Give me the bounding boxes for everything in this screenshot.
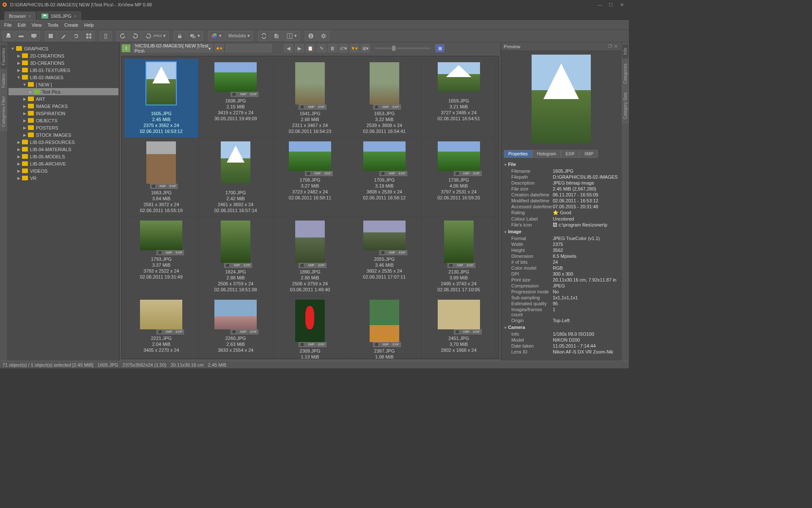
rail-favorites[interactable]: Favorites (0, 44, 7, 69)
tab-exif[interactable]: EXIF (561, 150, 579, 158)
tree-item[interactable]: ▶LIB-06-ARCHIVE (8, 160, 118, 167)
prop-section-header[interactable]: File (504, 160, 619, 168)
expand-icon[interactable]: ▶ (16, 155, 21, 159)
menu-file[interactable]: File (4, 22, 12, 28)
tab-close-icon[interactable]: × (28, 14, 31, 19)
tree-item[interactable]: ▶VIDEOS (8, 167, 118, 174)
tree-item[interactable]: ▼[ NEW ] (8, 81, 118, 88)
menu-help[interactable]: Help (84, 22, 94, 28)
thumbnail-cell[interactable]: ⬛XMPEXIF1890.JPG2.88 MiB2506 x 3759 x 24… (273, 217, 348, 296)
thumbnail-image[interactable]: ⬛XMPEXIF (214, 62, 257, 92)
prop-section-header[interactable]: Camera (504, 323, 619, 331)
thumbnail-cell[interactable]: ⬛XMPEXIF2130.JPG3.99 MiB2495 x 3743 x 24… (422, 217, 496, 296)
tab-browser[interactable]: Browser × (4, 11, 36, 20)
thumbnail-image[interactable]: ⬛XMPEXIF (289, 141, 331, 171)
jpeg-rotate-button[interactable]: JPEG▾ (142, 31, 169, 41)
tree-item[interactable]: ▶INSPIRATION (8, 110, 118, 117)
expand-icon[interactable]: ▶ (22, 119, 27, 123)
tree-item[interactable]: ▶LIB-04-MATERIALS (8, 146, 118, 153)
filter-button[interactable]: ▼▾ (350, 44, 359, 52)
thumbnail-image[interactable]: ⬛XMPEXIF (295, 300, 325, 342)
expand-icon[interactable]: ▼ (16, 75, 21, 80)
expand-icon[interactable]: ▶ (16, 140, 21, 144)
rail-categories[interactable]: Categories (622, 60, 629, 88)
thumbnail-cell[interactable]: ⬛XMPEXIF2221.JPG2.04 MiB3405 x 2270 x 24 (124, 296, 199, 359)
thumbnail-image[interactable]: ⬛XMPEXIF (146, 62, 176, 105)
menu-view[interactable]: View (32, 22, 42, 28)
clipboard-button[interactable]: 📋 (306, 44, 315, 52)
minimize-button[interactable]: — (594, 0, 605, 9)
info-button[interactable]: i (305, 31, 317, 41)
prop-section-header[interactable]: Image (504, 228, 619, 235)
tree-item[interactable]: ▶3D-CREATIONS (8, 59, 118, 66)
search-button[interactable] (100, 31, 112, 41)
print-button[interactable] (3, 31, 14, 41)
tab-histogram[interactable]: Histogram (532, 150, 561, 158)
expand-icon[interactable]: ▶ (16, 176, 21, 180)
expand-icon[interactable]: ▶ (16, 61, 21, 65)
thumbnail-cell[interactable]: ⬛XMPEXIF2260.JPG2.63 MiB3833 x 2554 x 24 (199, 296, 273, 359)
thumbnail-cell[interactable]: ⬛XMPEXIF1700.JPG2.42 MiB2461 x 3692 x 24… (199, 138, 273, 217)
thumbnail-cell[interactable]: ⬛XMPEXIF1708.JPG3.27 MiB3723 x 2482 x 24… (273, 138, 348, 217)
quick-search-input[interactable] (225, 44, 272, 52)
save-button[interactable] (45, 31, 57, 41)
thumbnail-image[interactable]: ⬛XMPEXIF (438, 300, 480, 329)
sort-button[interactable]: ⊞▾ (361, 44, 370, 52)
sync-button[interactable] (258, 31, 270, 41)
tree-item[interactable]: ▶IMAGE PACKS (8, 102, 118, 110)
adjust-button[interactable]: ▾ (208, 31, 225, 41)
delete-button[interactable]: 🗑 (328, 44, 337, 52)
metadata-button[interactable]: Metadata ▾ (225, 31, 253, 41)
lock-button[interactable] (174, 31, 186, 41)
rename-button[interactable]: ✎ (317, 44, 326, 52)
tree-item[interactable]: ▼LIB-02-IMAGES (8, 74, 118, 81)
rail-folders[interactable]: Folders (0, 70, 7, 91)
undo-button[interactable] (117, 31, 129, 41)
tab-properties[interactable]: Properties (504, 150, 532, 158)
tree-item[interactable]: ▶Test Pics (8, 88, 118, 95)
expand-icon[interactable]: ▶ (22, 126, 27, 130)
tab-image[interactable]: 1605.JPG × (37, 11, 81, 20)
back-button[interactable]: ◀ (284, 44, 293, 52)
menu-create[interactable]: Create (64, 22, 78, 28)
tree-item[interactable]: ▶LIB-03-RESOURCES (8, 138, 118, 146)
tag-button[interactable]: 🏷▾ (339, 44, 348, 52)
tree-item[interactable]: ▶ART (8, 95, 118, 102)
rail-catfilter[interactable]: Categories Filter (0, 92, 7, 131)
thumbnail-cell[interactable]: ⬛XMPEXIF1641.JPG2.68 MiB2311 x 3467 x 24… (273, 59, 348, 138)
thumbnail-image[interactable]: ⬛XMPEXIF (363, 221, 406, 250)
path-field[interactable]: 'HICS\LIB-02-IMAGES\[ NEW ]\Test Pics\ ▾ (132, 44, 213, 52)
expand-icon[interactable]: ▼ (10, 47, 15, 51)
thumbnail-image[interactable]: ⬛XMPEXIF (140, 300, 182, 329)
expand-icon[interactable]: ▶ (16, 54, 21, 58)
tree-item[interactable]: ▶2D-CREATIONS (8, 52, 118, 59)
thumbnail-grid[interactable]: ⬛XMPEXIF1605.JPG2.45 MiB2375 x 3562 x 24… (121, 56, 499, 359)
expand-icon[interactable]: ▶ (16, 147, 21, 152)
expand-icon[interactable]: ▶ (28, 90, 33, 94)
thumbnail-image[interactable]: ⬛XMPEXIF (438, 62, 480, 92)
tab-xmp[interactable]: XMP (579, 150, 598, 158)
thumbnail-cell[interactable]: ⬛XMPEXIF2451.JPG3.70 MiB2802 x 1868 x 24 (422, 296, 496, 359)
property-list[interactable]: FileFilename1605.JPGFilepathD:\GRAPHICS\… (501, 160, 621, 361)
thumbnail-image[interactable]: ⬛XMPEXIF (295, 221, 325, 263)
menu-tools[interactable]: Tools (47, 22, 58, 28)
thumbnail-image[interactable]: ⬛XMPEXIF (146, 141, 176, 184)
tree-item[interactable]: ▶OBJECTS (8, 117, 118, 124)
thumbnail-cell[interactable]: ⬛XMPEXIF1605.JPG2.45 MiB2375 x 3562 x 24… (124, 59, 199, 138)
copy-button[interactable] (271, 31, 283, 41)
thumbnail-cell[interactable]: ⬛XMPEXIF1824.JPG2.88 MiB2506 x 3759 x 24… (199, 217, 273, 296)
thumbnail-cell[interactable]: ⬛XMPEXIF1659.JPG3.21 MiB3727 x 2485 x 24… (422, 59, 496, 138)
expand-icon[interactable]: ▶ (22, 133, 27, 137)
thumbnail-cell[interactable]: ⬛XMPEXIF1663.JPG3.84 MiB2581 x 3872 x 24… (124, 138, 199, 217)
thumb-size-slider[interactable] (375, 47, 430, 49)
favorite-button[interactable]: ★▾ (214, 44, 224, 52)
expand-icon[interactable]: ▶ (16, 68, 21, 72)
thumbnail-cell[interactable]: ⬛XMPEXIF2309.JPG1.13 MiB1866 x 2799 x 24 (273, 296, 348, 359)
expand-icon[interactable]: ▶ (16, 169, 21, 173)
refresh-button[interactable] (70, 31, 82, 41)
thumbnail-image[interactable]: ⬛XMPEXIF (444, 221, 474, 263)
layout-button[interactable]: ▾ (283, 31, 300, 41)
thumbnail-image[interactable]: ⬛XMPEXIF (140, 221, 182, 250)
view-mode-button[interactable]: ⊞ (435, 44, 444, 52)
thumbnail-cell[interactable]: ⬛XMPEXIF1738.JPG4.06 MiB3797 x 2531 x 24… (422, 138, 496, 217)
